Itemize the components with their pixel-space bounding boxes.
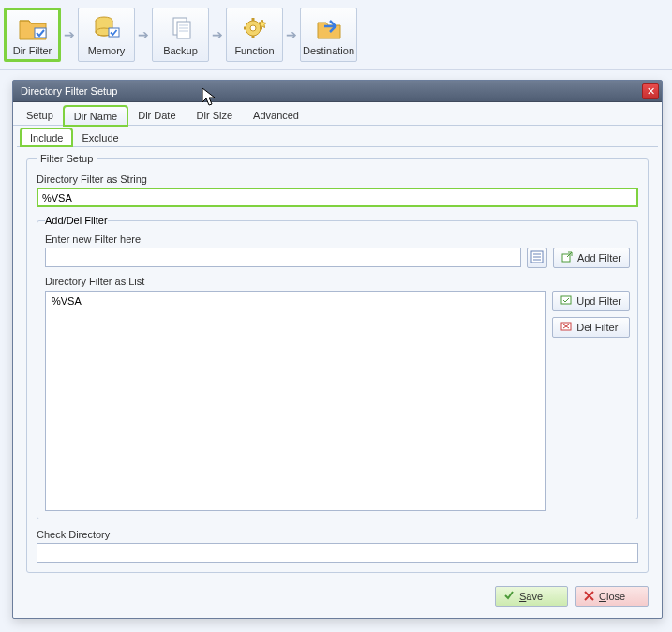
dialog-titlebar[interactable]: Directory Filter Setup ✕ (13, 81, 662, 102)
browse-list-button[interactable] (527, 248, 547, 268)
workflow-toolbar: Dir Filter ➔ Memory ➔ Backup ➔ Function … (0, 0, 672, 70)
svg-rect-0 (35, 28, 46, 38)
filter-listbox[interactable]: %VSA (45, 291, 546, 511)
toolbar-item-dir-filter[interactable]: Dir Filter (4, 8, 61, 62)
tab-advanced[interactable]: Advanced (243, 105, 309, 125)
check-directory-label: Check Directory (37, 529, 638, 540)
close-button[interactable]: Close (575, 586, 649, 607)
dialog-footer: Save Close (13, 579, 662, 618)
subtab-include[interactable]: Include (21, 128, 72, 146)
filter-list-label: Directory Filter as List (45, 276, 630, 287)
add-del-legend: Add/Del Filter (45, 215, 108, 226)
arrow-icon: ➔ (61, 27, 78, 42)
toolbar-label-function: Function (234, 45, 274, 56)
del-filter-button[interactable]: Del Filter (552, 317, 630, 338)
folder-arrow-icon (314, 13, 344, 43)
update-icon (560, 294, 572, 308)
dialog-main-tabs: Setup Dir Name Dir Date Dir Size Advance… (13, 102, 662, 126)
list-icon (530, 250, 544, 265)
svg-rect-5 (177, 22, 190, 38)
check-icon (503, 590, 515, 603)
list-item[interactable]: %VSA (52, 295, 540, 307)
subtab-exclude[interactable]: Exclude (72, 128, 127, 146)
delete-icon (560, 321, 572, 334)
database-check-icon (92, 13, 122, 43)
save-button[interactable]: Save (495, 586, 568, 607)
toolbar-item-destination[interactable]: Destination (300, 8, 357, 62)
arrow-icon: ➔ (283, 27, 300, 42)
filter-string-input[interactable] (37, 188, 638, 207)
tab-dir-date[interactable]: Dir Date (127, 105, 186, 125)
dialog-close-button[interactable]: ✕ (642, 83, 659, 99)
tab-dir-name[interactable]: Dir Name (64, 106, 127, 126)
arrow-icon: ➔ (135, 27, 152, 42)
enter-filter-input[interactable] (45, 248, 521, 267)
dialog-body: Include Exclude Filter Setup Directory F… (13, 126, 662, 579)
tab-dir-size[interactable]: Dir Size (187, 105, 244, 125)
toolbar-item-backup[interactable]: Backup (152, 8, 209, 62)
include-exclude-tabs: Include Exclude (13, 126, 662, 146)
toolbar-item-function[interactable]: Function (226, 8, 283, 62)
documents-icon (166, 13, 196, 43)
check-directory-input[interactable] (37, 543, 638, 563)
save-label-tail: ave (526, 591, 543, 602)
upd-filter-button[interactable]: Upd Filter (552, 291, 630, 311)
subtab-content: Filter Setup Directory Filter as String … (17, 146, 658, 579)
toolbar-label-memory: Memory (88, 45, 126, 56)
arrow-icon: ➔ (209, 27, 226, 42)
toolbar-label-backup: Backup (163, 45, 198, 56)
add-del-filter-group: Add/Del Filter Enter new Filter here (37, 215, 638, 519)
dialog-title: Directory Filter Setup (21, 85, 642, 97)
filter-setup-fieldset: Filter Setup Directory Filter as String … (26, 153, 649, 573)
directory-filter-dialog: Directory Filter Setup ✕ Setup Dir Name … (12, 80, 663, 619)
toolbar-item-memory[interactable]: Memory (78, 8, 135, 62)
filter-string-label: Directory Filter as String (37, 173, 638, 185)
svg-point-7 (250, 25, 256, 31)
gear-star-icon (240, 13, 270, 43)
close-icon (584, 591, 594, 603)
add-filter-button[interactable]: Add Filter (553, 248, 630, 268)
add-icon (561, 251, 573, 264)
close-label-tail: lose (606, 591, 625, 602)
folder-check-icon (18, 13, 48, 43)
close-x-icon: ✕ (647, 85, 655, 97)
toolbar-label-destination: Destination (303, 45, 354, 56)
filter-setup-legend: Filter Setup (37, 153, 97, 164)
svg-rect-18 (561, 296, 571, 304)
toolbar-label-dir-filter: Dir Filter (13, 45, 52, 56)
enter-filter-label: Enter new Filter here (45, 233, 630, 245)
tab-setup[interactable]: Setup (16, 105, 64, 125)
